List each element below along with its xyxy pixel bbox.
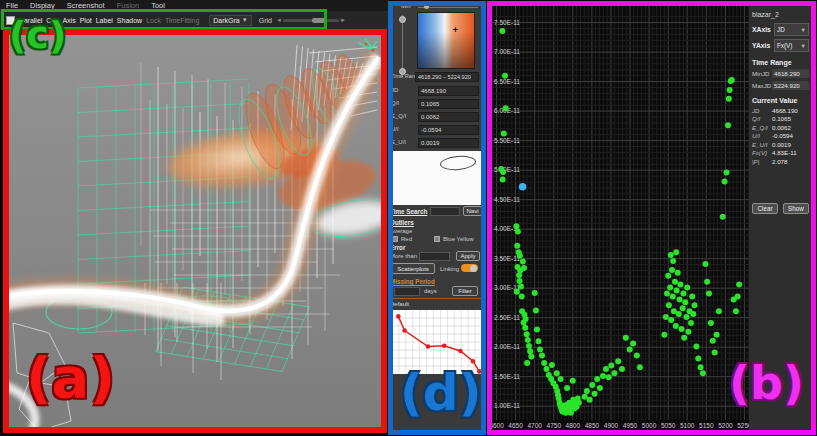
svg-text:2.50E-11: 2.50E-11 [494,314,520,321]
cv-eui-label: E_U/I [752,141,772,148]
missing-period-input[interactable] [394,287,420,296]
average-label: Average [390,228,412,234]
eqi-value[interactable]: 0.0062 [418,112,479,122]
cv-ui-value: -0.0594 [772,132,793,139]
xaxis-label: XAxis [752,26,774,33]
yaxis-select-value: Fx(V) [777,42,792,49]
cv-ui-label: U/I [752,132,772,139]
blue-yellow-checkbox-label: Blue Yellow [443,236,474,242]
chevron-down-icon: ▼ [801,43,806,49]
yaxis-select[interactable]: Fx(V) ▼ [774,39,809,52]
slider-left-arrow-icon[interactable]: ◄ [276,16,282,24]
scatterplots-button[interactable]: Scatterplots [391,263,435,274]
grid-slider-label: Grid [259,17,272,24]
eui-label: E_U/I [391,139,406,145]
color-picker[interactable]: + [417,12,475,69]
min-slider-thumb[interactable] [424,4,429,9]
toolbar-button-axis[interactable]: Axis [62,17,75,24]
dataset-title: blazar_2 [752,11,809,18]
menu-bar: File Display Screenshot Fusion Tool [0,0,390,11]
qu-plane-plot[interactable] [392,151,482,205]
qi-label: Q/I [391,100,399,106]
ui-value[interactable]: -0.0594 [418,125,479,135]
color-picker-cursor[interactable]: + [453,26,458,35]
jd-value[interactable]: 4668.190 [418,86,479,96]
corner-sparkle [359,39,377,52]
plot-settings-panel: blazar_2 XAxis JD ▼ YAxis Fx(V) ▼ Time R… [749,6,811,430]
time-range-value[interactable]: 4618.290 – 5224.920 [415,72,479,82]
toolbar-button-clip[interactable]: Clip [46,17,58,24]
toolbar-button-plot[interactable]: Plot [80,17,92,24]
grid-slider-thumb[interactable] [312,18,326,23]
ui-label: U/I [391,126,399,132]
show-button[interactable]: Show [783,203,809,214]
menu-display[interactable]: Display [24,1,61,10]
default-preset-label: Default [390,301,409,307]
svg-text:5000: 5000 [642,422,657,429]
linking-label: Linking [440,266,459,272]
toolbar-button-shadow[interactable]: Shadow [117,17,142,24]
range-slider-thumb-top[interactable] [399,16,406,23]
toolbar-button-lock: Lock [146,17,161,24]
svg-text:5200: 5200 [718,422,733,429]
time-search-input[interactable] [430,207,460,216]
theme-select-value: DarkGra [213,17,239,24]
svg-text:4900: 4900 [604,422,619,429]
3d-viewport[interactable] [9,35,381,427]
cv-qi-label: Q/I [752,115,772,122]
chevron-down-icon: ▼ [801,27,806,33]
minjd-label: MinJD [752,70,772,77]
toolbar-checkbox[interactable] [6,16,15,25]
chevron-down-icon: ▼ [242,17,248,23]
qu-ellipse [439,154,476,171]
svg-text:5100: 5100 [680,422,695,429]
grid-slider-track[interactable] [283,19,339,22]
svg-text:2.00E-11: 2.00E-11 [494,343,520,350]
cv-fxv-label: Fx(V) [752,149,772,156]
minjd-field[interactable]: 4618.290 [772,69,809,78]
cv-p-label: |P| [752,158,772,165]
cv-eqi-value: 0.0062 [772,124,791,131]
svg-text:4700: 4700 [527,422,542,429]
more-than-input[interactable] [419,252,450,261]
svg-text:4850: 4850 [585,422,600,429]
svg-text:6.50E-11: 6.50E-11 [494,78,520,85]
apply-button[interactable]: Apply [456,251,480,261]
cv-jd-label: JD [752,107,772,114]
menu-screenshot[interactable]: Screenshot [61,1,111,10]
transfer-curve-chart[interactable] [392,310,482,374]
blue-yellow-checkbox[interactable] [434,236,440,242]
time-range-header: Time Range [752,59,809,66]
qi-value[interactable]: 0.1065 [418,99,479,109]
bottom-left-tube [9,385,35,427]
filter-button[interactable]: Filter [452,286,478,296]
xaxis-select[interactable]: JD ▼ [774,23,809,36]
linking-toggle[interactable] [461,264,478,272]
top-bar: File Display Screenshot Fusion Tool Para… [0,0,390,30]
cv-p-value: 2.078 [772,158,787,165]
grid-slider[interactable]: ◄ ► [276,16,346,24]
scatter-panel: 7.50E-117.00E-116.50E-116.00E-115.50E-11… [487,1,816,435]
svg-text:4950: 4950 [623,422,638,429]
yaxis-label: YAxis [752,42,774,49]
scatter-plot[interactable]: 7.50E-117.00E-116.50E-116.00E-115.50E-11… [492,6,749,430]
slider-right-arrow-icon[interactable]: ► [340,16,346,24]
clear-button[interactable]: Clear [752,203,778,214]
toolbar-button-parallel[interactable]: Parallel [19,17,42,24]
maxjd-label: MaxJD [752,82,772,89]
current-value-header: Current Value [752,97,809,104]
red-checkbox[interactable] [392,236,398,242]
toolbar-button-label[interactable]: Label [96,17,113,24]
menu-file[interactable]: File [0,1,24,10]
svg-text:5250: 5250 [737,422,749,429]
maxjd-field[interactable]: 5224.920 [772,81,809,90]
eui-value[interactable]: 0.0019 [418,138,479,148]
menu-tool[interactable]: Tool [145,1,171,10]
cv-eqi-label: E_Q/I [752,124,772,131]
navi-button[interactable]: Navi [463,206,482,216]
svg-text:4.50E-11: 4.50E-11 [494,196,520,203]
svg-text:5.00E-11: 5.00E-11 [494,166,520,173]
theme-select[interactable]: DarkGra ▼ [209,15,251,26]
eqi-label: E_Q/I [391,113,406,119]
cv-fxv-value: 4.83E-11 [772,149,797,156]
